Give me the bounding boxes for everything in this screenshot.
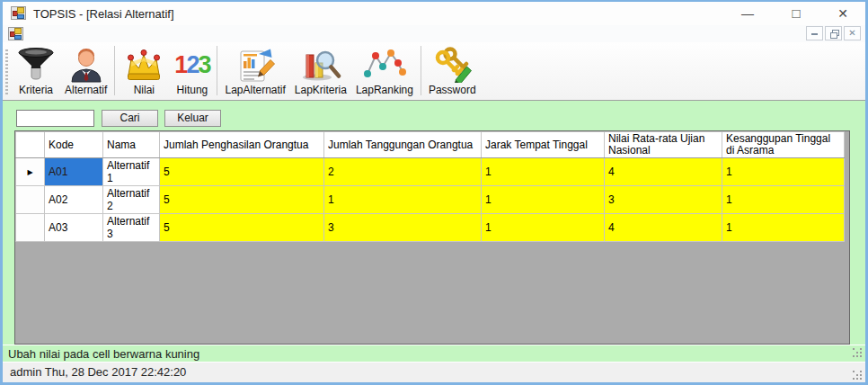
main-status-bar: admin Thu, 28 Dec 2017 22:42:20 (3, 363, 865, 384)
line-chart-icon (363, 47, 406, 83)
barchart-magnifier-icon (300, 47, 341, 83)
mdi-close-button[interactable]: ✕ (844, 26, 861, 40)
resize-grip[interactable] (853, 348, 864, 359)
mdi-restore-button[interactable] (825, 26, 842, 40)
app-window: TOPSIS - [Relasi Alternatif] — □ ✕ ✕ Kri (0, 0, 868, 385)
toolbar-button-password[interactable]: Password (424, 45, 481, 99)
cell-value[interactable]: 1 (324, 186, 482, 214)
message-status-strip: Ubah nilai pada cell berwarna kuning (3, 345, 865, 363)
status-message: Ubah nilai pada cell berwarna kuning (8, 347, 199, 361)
toolbar-label: Hitung (177, 84, 208, 96)
toolbar-label: Kriteria (19, 84, 53, 96)
column-header-jarak[interactable]: Jarak Tempat Tinggal (482, 132, 605, 158)
toolbar-separator (114, 46, 115, 95)
toolbar-label: LapKriteria (295, 84, 347, 96)
toolbar-button-hitung[interactable]: 123 Hitung (170, 45, 214, 99)
toolbar-button-lapkriteria[interactable]: LapKriteria (290, 45, 351, 99)
data-grid: Kode Nama Jumlah Penghasilan Orangtua Ju… (14, 130, 850, 345)
mdi-window-controls: ✕ (806, 26, 861, 40)
cell-value[interactable]: 3 (605, 186, 722, 214)
mdi-minimize-button[interactable] (806, 26, 823, 40)
cell-value[interactable]: 5 (160, 214, 324, 242)
header-row: Kode Nama Jumlah Penghasilan Orangtua Ju… (16, 132, 845, 158)
title-bar: TOPSIS - [Relasi Alternatif] — □ ✕ (3, 2, 865, 25)
toolbar-button-lapalternatif[interactable]: LapAlternatif (220, 45, 289, 99)
row-selector-header (16, 132, 45, 158)
cell-value[interactable]: 1 (482, 186, 605, 214)
cell-value[interactable]: 4 (605, 214, 722, 242)
keluar-button[interactable]: Keluar (164, 110, 221, 127)
app-icon (11, 6, 26, 20)
toolbar-grip[interactable] (5, 49, 8, 94)
column-header-tanggungan[interactable]: Jumlah Tanggungan Orangtua (324, 132, 482, 158)
minimize-button[interactable]: — (732, 4, 763, 23)
row-selector-cell[interactable] (16, 214, 45, 242)
cell-nama[interactable]: Alternatif 1 (103, 158, 160, 186)
search-input[interactable] (16, 110, 94, 127)
toolbar-label: Nilai (134, 84, 155, 96)
cell-nama[interactable]: Alternatif 3 (103, 214, 160, 242)
column-header-kesanggupan[interactable]: Kesanggupan Tinggal di Asrama (722, 132, 845, 158)
cell-value[interactable]: 3 (324, 214, 482, 242)
cell-value[interactable]: 1 (722, 186, 845, 214)
toolbar-label: Password (429, 84, 476, 96)
cari-button[interactable]: Cari (102, 110, 158, 127)
report-document-icon (234, 47, 277, 83)
toolbar-button-nilai[interactable]: Nilai (118, 45, 170, 99)
numbers-123-icon: 123 (174, 47, 209, 83)
person-icon (66, 47, 106, 83)
cell-value[interactable]: 5 (160, 158, 324, 186)
toolbar-separator (421, 46, 421, 95)
mdi-child-icon (8, 27, 23, 40)
cell-value[interactable]: 1 (482, 158, 605, 186)
toolbar-button-lapranking[interactable]: LapRanking (351, 45, 418, 99)
table-row: A02 Alternatif 2 5 1 1 3 1 (16, 186, 845, 214)
toolbar-button-alternatif[interactable]: Alternatif (60, 45, 111, 99)
close-button[interactable]: ✕ (828, 4, 858, 23)
toolbar-button-kriteria[interactable]: Kriteria (12, 45, 60, 99)
toolbar-label: LapRanking (356, 84, 413, 96)
table-row: ▶ A01 Alternatif 1 5 2 1 4 1 (16, 158, 845, 186)
funnel-icon (16, 47, 56, 83)
status-footer: admin Thu, 28 Dec 2017 22:42:20 (10, 365, 186, 379)
mdi-menu-strip: ✕ (3, 25, 865, 42)
keys-pencil-icon (431, 47, 473, 83)
row-selector-cell[interactable]: ▶ (16, 158, 45, 186)
toolbar-label: Alternatif (65, 84, 107, 96)
cell-kode[interactable]: A02 (45, 186, 103, 214)
toolbar: Kriteria Alternatif (3, 42, 865, 101)
column-header-kode[interactable]: Kode (45, 132, 103, 158)
cell-nama[interactable]: Alternatif 2 (103, 186, 160, 214)
column-header-penghasilan[interactable]: Jumlah Penghasilan Orangtua (160, 132, 324, 158)
cell-kode[interactable]: A01 (45, 158, 103, 186)
cell-value[interactable]: 1 (482, 214, 605, 242)
toolbar-label: LapAlternatif (225, 84, 285, 96)
maximize-button[interactable]: □ (781, 4, 811, 23)
table-row: A03 Alternatif 3 5 3 1 4 1 (16, 214, 845, 242)
toolbar-separator (217, 46, 217, 95)
column-header-nilai-un[interactable]: Nilai Rata-rata Ujian Nasional (605, 132, 722, 158)
window-title: TOPSIS - [Relasi Alternatif] (33, 7, 174, 21)
crown-icon (122, 47, 165, 83)
cell-value[interactable]: 4 (605, 158, 722, 186)
column-header-nama[interactable]: Nama (103, 132, 160, 158)
cell-value[interactable]: 1 (722, 214, 845, 242)
mdi-client-area: Cari Keluar Kode Nama Jumlah Penghasilan… (3, 101, 865, 345)
cell-kode[interactable]: A03 (45, 214, 103, 242)
cell-value[interactable]: 2 (324, 158, 482, 186)
cell-value[interactable]: 1 (722, 158, 845, 186)
row-selector-cell[interactable] (16, 186, 45, 214)
restore-icon (830, 30, 838, 38)
resize-grip[interactable] (853, 371, 864, 381)
cell-value[interactable]: 5 (160, 186, 324, 214)
